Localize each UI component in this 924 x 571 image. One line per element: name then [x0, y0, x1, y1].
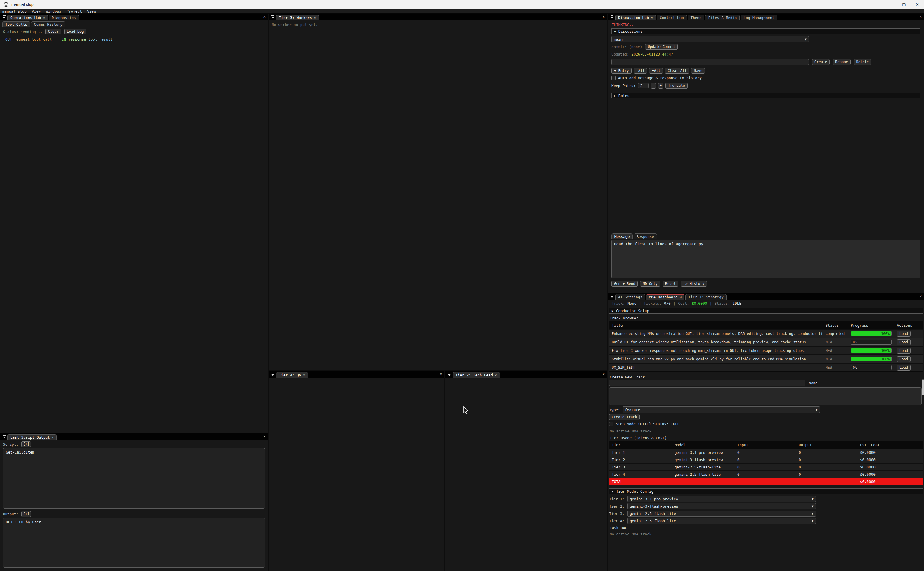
tab-diagnostics[interactable]: Diagnostics	[49, 15, 79, 20]
discussions-section-header[interactable]: ▼ Discussions	[611, 28, 921, 34]
clear-button[interactable]: Clear	[45, 29, 61, 34]
track-row[interactable]: Stabilize visual_sim_mma_v2.py and mock_…	[609, 355, 922, 363]
tab-close-icon[interactable]: ✕	[43, 16, 45, 20]
tab-close-icon[interactable]: ✕	[303, 373, 305, 377]
panel-close-icon[interactable]: ✕	[919, 294, 922, 298]
tier-3-model-select[interactable]: gemini-2.5-flash-lite▼	[627, 511, 816, 517]
create-button[interactable]: Create	[812, 59, 830, 65]
collapse-all-button[interactable]: -All	[634, 68, 647, 74]
tab-tier1-strategy[interactable]: Tier 1: Strategy	[685, 294, 726, 299]
close-button[interactable]: ✕	[910, 0, 924, 9]
script-expand-button[interactable]: [+]	[21, 441, 31, 447]
tier-4-model-select[interactable]: gemini-2.5-flash-lite▼	[627, 518, 816, 524]
panel-close-icon[interactable]: ✕	[440, 372, 442, 376]
tab-ai-settings[interactable]: AI Settings	[615, 294, 645, 299]
truncate-button[interactable]: Truncate	[665, 83, 688, 88]
tab-last-script-output[interactable]: Last Script Output✕	[7, 434, 57, 440]
update-commit-button[interactable]: Update Commit	[645, 44, 678, 50]
save-button[interactable]: Save	[691, 68, 705, 74]
load-track-button[interactable]: Load	[897, 356, 910, 362]
create-track-button[interactable]: Create Track	[609, 414, 640, 420]
menu-item-manual-slop[interactable]: manual slop	[2, 9, 26, 14]
section-label: Roles	[618, 94, 630, 98]
subtab-tool-calls[interactable]: Tool Calls	[2, 21, 30, 27]
menu-item-project[interactable]: Project	[66, 9, 82, 14]
track-row[interactable]: Build UI for context window utilization,…	[609, 338, 922, 346]
tier-1-model-select[interactable]: gemini-3.1-pro-preview▼	[627, 496, 816, 502]
script-content-box[interactable]: Get-ChildItem	[3, 448, 265, 509]
tab-tier3-workers[interactable]: Tier 3: Workers✕	[276, 15, 319, 20]
rename-button[interactable]: Rename	[833, 59, 850, 65]
keep-pairs-increment-button[interactable]: +	[658, 83, 663, 88]
track-type-select[interactable]: feature ▼	[622, 406, 820, 413]
roles-section-header[interactable]: ▶ Roles	[611, 93, 921, 99]
track-name-input[interactable]	[609, 380, 805, 386]
load-track-button[interactable]: Load	[897, 348, 910, 353]
keep-pairs-decrement-button[interactable]: -	[651, 83, 656, 88]
discussion-name-input[interactable]	[611, 59, 809, 65]
tab-discussion-hub[interactable]: Discussion Hub✕	[615, 15, 656, 20]
subtab-message[interactable]: Message	[611, 233, 633, 239]
conductor-setup-header[interactable]: ▶ Conductor Setup	[609, 308, 923, 313]
tab-close-icon[interactable]: ✕	[314, 16, 316, 20]
panel-close-icon[interactable]: ✕	[263, 435, 266, 438]
menu-item-windows[interactable]: Windows	[46, 9, 62, 14]
auto-add-checkbox[interactable]	[611, 76, 616, 80]
tier-model-config-header[interactable]: ▼ Tier Model Config	[609, 488, 923, 494]
load-log-button[interactable]: Load Log	[64, 29, 86, 34]
tier-2-model-select[interactable]: gemini-3-flash-preview▼	[627, 503, 816, 509]
delete-button[interactable]: Delete	[853, 59, 872, 65]
minimize-button[interactable]: —	[884, 0, 897, 9]
track-description-textarea[interactable]	[609, 387, 922, 405]
tab-close-icon[interactable]: ✕	[680, 295, 682, 299]
dock-menu-icon[interactable]	[610, 15, 614, 19]
clear-all-button[interactable]: Clear All	[665, 68, 689, 74]
load-track-button[interactable]: Load	[897, 365, 910, 370]
load-track-button[interactable]: Load	[897, 339, 910, 345]
tab-close-icon[interactable]: ✕	[651, 16, 653, 20]
panel-close-icon[interactable]: ✕	[919, 15, 922, 19]
tab-context-hub[interactable]: Context Hub	[657, 15, 687, 20]
panel-close-icon[interactable]: ✕	[263, 15, 266, 19]
discussion-select[interactable]: main ▼	[611, 36, 809, 42]
dock-menu-icon[interactable]	[271, 15, 275, 19]
md-only-button[interactable]: MD Only	[640, 281, 660, 287]
track-row[interactable]: Fix Tier 3 worker responses not reaching…	[609, 346, 922, 355]
subtab-response[interactable]: Response	[634, 233, 657, 239]
dock-menu-icon[interactable]	[2, 15, 6, 19]
tab-tier2-tech-lead[interactable]: Tier 2: Tech Lead✕	[453, 372, 500, 378]
dock-menu-icon[interactable]	[610, 294, 614, 299]
expand-all-button[interactable]: +All	[649, 68, 663, 74]
reset-button[interactable]: Reset	[662, 281, 678, 287]
output-expand-button[interactable]: [+]	[21, 511, 31, 517]
track-row[interactable]: UX_SIM_TESTNEW0%Load	[609, 363, 922, 371]
tab-operations-hub[interactable]: Operations Hub✕	[7, 15, 48, 20]
load-track-button[interactable]: Load	[897, 331, 910, 336]
keep-pairs-input[interactable]: 2	[638, 83, 648, 88]
to-history-button[interactable]: -> History	[681, 281, 707, 287]
log-token-tool_call: tool_call	[32, 37, 52, 42]
gen-send-button[interactable]: Gen + Send	[611, 281, 638, 287]
step-mode-checkbox[interactable]	[609, 422, 613, 426]
tab-close-icon[interactable]: ✕	[52, 435, 54, 439]
scrollbar-thumb[interactable]	[922, 379, 924, 395]
output-content-box[interactable]: REJECTED by user	[3, 517, 265, 568]
tab-tier4-qa[interactable]: Tier 4: QA✕	[276, 372, 308, 378]
maximize-button[interactable]: ▢	[897, 0, 910, 9]
panel-close-icon[interactable]: ✕	[603, 372, 605, 376]
track-row[interactable]: Enhance existing MMA orchestration GUI: …	[609, 329, 922, 338]
subtab-comms-history[interactable]: Comms History	[31, 21, 65, 27]
tab-log-management[interactable]: Log Management	[741, 15, 777, 20]
tab-files-media[interactable]: Files & Media	[705, 15, 740, 20]
dock-menu-icon[interactable]	[271, 372, 275, 377]
add-entry-button[interactable]: + Entry	[611, 68, 631, 74]
tab-theme[interactable]: Theme	[688, 15, 705, 20]
dock-menu-icon[interactable]	[447, 372, 452, 377]
panel-close-icon[interactable]: ✕	[603, 15, 605, 19]
dock-menu-icon[interactable]	[2, 435, 6, 439]
message-textarea[interactable]: Read the first 10 lines of aggregate.py.	[611, 240, 921, 278]
tab-close-icon[interactable]: ✕	[495, 373, 497, 377]
menu-item-view[interactable]: View	[87, 9, 96, 14]
menu-item-view[interactable]: View	[32, 9, 41, 14]
tab-mma-dashboard[interactable]: MMA Dashboard✕	[646, 294, 684, 299]
